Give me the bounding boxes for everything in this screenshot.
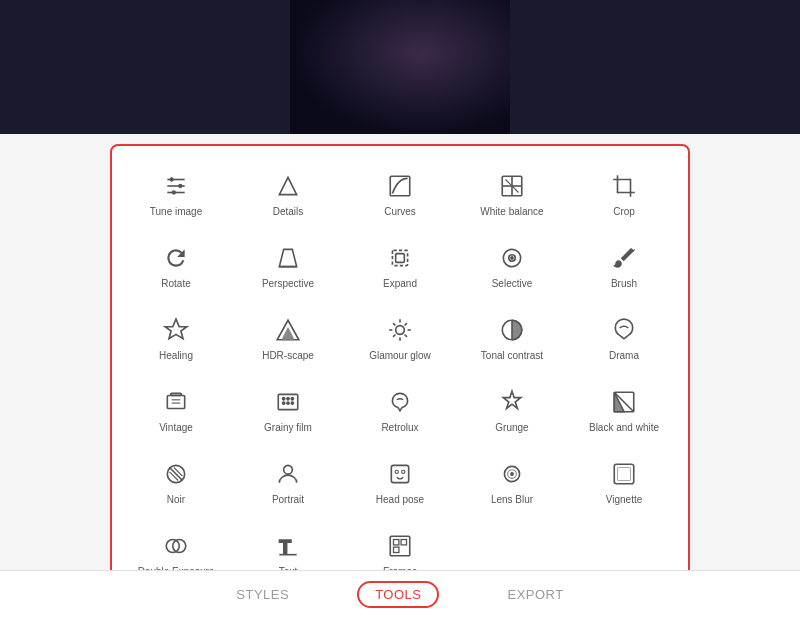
tonal-contrast-icon	[496, 314, 528, 346]
tool-brush[interactable]: Brush	[568, 234, 680, 302]
tool-rotate-label: Rotate	[161, 278, 190, 290]
svg-point-4	[178, 184, 182, 188]
tool-lens-blur[interactable]: Lens Blur	[456, 450, 568, 518]
tool-black-and-white-label: Black and white	[589, 422, 659, 434]
tool-grunge-label: Grunge	[495, 422, 528, 434]
tool-noir[interactable]: Noir	[120, 450, 232, 518]
crop-icon	[608, 170, 640, 202]
svg-point-5	[172, 190, 176, 194]
portrait-icon	[272, 458, 304, 490]
tool-glamour-glow-label: Glamour glow	[369, 350, 431, 362]
vintage-icon	[160, 386, 192, 418]
tool-head-pose[interactable]: Head pose	[344, 450, 456, 518]
healing-icon	[160, 314, 192, 346]
tool-noir-label: Noir	[167, 494, 185, 506]
tools-panel: Tune image Details Curves White balance	[110, 144, 690, 608]
svg-line-24	[405, 335, 407, 337]
svg-line-26	[405, 323, 407, 325]
tool-white-balance-label: White balance	[480, 206, 543, 218]
tool-tune-image[interactable]: Tune image	[120, 162, 232, 230]
hdr-scape-icon	[272, 314, 304, 346]
curves-icon	[384, 170, 416, 202]
svg-rect-58	[394, 547, 399, 552]
tool-curves[interactable]: Curves	[344, 162, 456, 230]
grainy-film-icon	[272, 386, 304, 418]
tool-rotate[interactable]: Rotate	[120, 234, 232, 302]
svg-line-25	[393, 335, 395, 337]
tool-expand[interactable]: Expand	[344, 234, 456, 302]
noir-icon	[160, 458, 192, 490]
tool-healing-label: Healing	[159, 350, 193, 362]
tool-black-and-white[interactable]: Black and white	[568, 378, 680, 446]
tool-hdr-scape-label: HDR-scape	[262, 350, 314, 362]
svg-point-15	[511, 257, 513, 259]
svg-point-3	[170, 177, 174, 181]
tool-retrolux-label: Retrolux	[381, 422, 418, 434]
svg-point-36	[291, 398, 293, 400]
tools-grid: Tune image Details Curves White balance	[120, 162, 680, 590]
vignette-icon	[608, 458, 640, 490]
tool-tune-image-label: Tune image	[150, 206, 202, 218]
svg-rect-11	[392, 250, 407, 265]
svg-rect-12	[396, 254, 405, 263]
tool-hdr-scape[interactable]: HDR-scape	[232, 306, 344, 374]
svg-point-44	[395, 470, 398, 473]
tool-vignette-label: Vignette	[606, 494, 643, 506]
tool-perspective-label: Perspective	[262, 278, 314, 290]
perspective-icon	[272, 242, 304, 274]
tab-tools[interactable]: TOOLS	[357, 581, 439, 608]
tool-head-pose-label: Head pose	[376, 494, 424, 506]
svg-rect-56	[394, 540, 399, 545]
brush-icon	[608, 242, 640, 274]
svg-point-38	[287, 402, 289, 404]
rotate-icon	[160, 242, 192, 274]
svg-marker-6	[279, 177, 296, 194]
tool-curves-label: Curves	[384, 206, 416, 218]
tool-expand-label: Expand	[383, 278, 417, 290]
svg-point-35	[287, 398, 289, 400]
tool-drama[interactable]: Drama	[568, 306, 680, 374]
tool-crop[interactable]: Crop	[568, 162, 680, 230]
double-exposure-icon	[160, 530, 192, 562]
tool-drama-label: Drama	[609, 350, 639, 362]
black-and-white-icon	[608, 386, 640, 418]
tool-grainy-film[interactable]: Grainy film	[232, 378, 344, 446]
expand-icon	[384, 242, 416, 274]
svg-rect-43	[391, 465, 408, 482]
tab-styles[interactable]: STYLES	[228, 583, 297, 606]
white-balance-icon	[496, 170, 528, 202]
tool-white-balance[interactable]: White balance	[456, 162, 568, 230]
retrolux-icon	[384, 386, 416, 418]
tool-tonal-contrast-label: Tonal contrast	[481, 350, 543, 362]
tool-vintage-label: Vintage	[159, 422, 193, 434]
svg-rect-29	[167, 396, 184, 409]
svg-marker-9	[279, 249, 296, 266]
glamour-glow-icon	[384, 314, 416, 346]
svg-line-23	[393, 323, 395, 325]
head-pose-icon	[384, 458, 416, 490]
svg-point-34	[283, 398, 285, 400]
preview-image	[290, 0, 510, 134]
svg-point-48	[511, 473, 513, 475]
tune-image-icon	[160, 170, 192, 202]
tool-portrait[interactable]: Portrait	[232, 450, 344, 518]
svg-rect-30	[171, 393, 182, 395]
tool-crop-label: Crop	[613, 206, 635, 218]
image-preview	[0, 0, 800, 134]
tool-vintage[interactable]: Vintage	[120, 378, 232, 446]
tab-export[interactable]: EXPORT	[499, 583, 571, 606]
text-icon: T	[272, 530, 304, 562]
tool-tonal-contrast[interactable]: Tonal contrast	[456, 306, 568, 374]
tool-selective[interactable]: Selective	[456, 234, 568, 302]
tool-details-label: Details	[273, 206, 304, 218]
bottom-tabs: STYLES TOOLS EXPORT	[0, 570, 800, 618]
tool-perspective[interactable]: Perspective	[232, 234, 344, 302]
tool-healing[interactable]: Healing	[120, 306, 232, 374]
tool-grunge[interactable]: Grunge	[456, 378, 568, 446]
tool-retrolux[interactable]: Retrolux	[344, 378, 456, 446]
tool-details[interactable]: Details	[232, 162, 344, 230]
tool-vignette[interactable]: Vignette	[568, 450, 680, 518]
tool-glamour-glow[interactable]: Glamour glow	[344, 306, 456, 374]
svg-point-37	[283, 402, 285, 404]
svg-point-42	[284, 465, 293, 474]
